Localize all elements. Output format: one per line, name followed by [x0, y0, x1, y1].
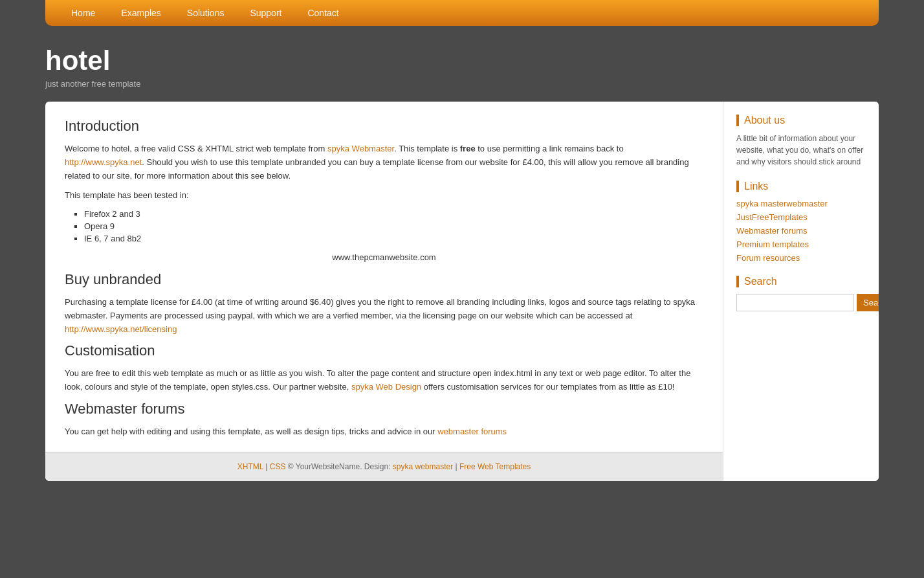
forum-resources-link[interactable]: Forum resources — [736, 253, 800, 263]
main-content: Introduction Welcome to hotel, a free va… — [45, 102, 723, 481]
search-heading: Search — [736, 276, 866, 287]
search-form: Search — [736, 294, 866, 311]
buy-text: Purchasing a template license for £4.00 … — [65, 297, 695, 320]
links-heading: Links — [736, 181, 866, 192]
links-section: Links spyka masterwebmaster JustFreeTemp… — [736, 181, 866, 263]
intro-text-end: . Should you wish to use this template u… — [65, 157, 689, 181]
spyka-webdesign-link[interactable]: spyka Web Design — [351, 382, 421, 392]
forum-text: You can get help with editing and using … — [65, 427, 437, 436]
custom-paragraph: You are free to edit this web template a… — [65, 367, 703, 394]
premium-templates-link[interactable]: Premium templates — [736, 239, 809, 249]
spyka-webmaster-link[interactable]: spyka Webmaster — [327, 144, 394, 153]
main-wrapper: Introduction Welcome to hotel, a free va… — [45, 102, 879, 481]
forum-paragraph: You can get help with editing and using … — [65, 425, 703, 439]
intro-text-before: Welcome to hotel, a free valid CSS & XHT… — [65, 144, 327, 153]
webmaster-forums-link[interactable]: webmaster forums — [437, 427, 507, 436]
link-item: JustFreeTemplates — [736, 212, 866, 222]
custom-heading: Customisation — [65, 342, 703, 359]
watermark-text: www.thepcmanwebsite.com — [65, 251, 703, 265]
nav-wrapper: Home Examples Solutions Support Contact — [45, 0, 879, 26]
intro-paragraph-1: Welcome to hotel, a free valid CSS & XHT… — [65, 142, 703, 183]
intro-text-after: to use permitting a link remains back to — [476, 144, 624, 153]
page-header: hotel just another free template — [0, 26, 924, 102]
link-item: Premium templates — [736, 239, 866, 249]
footer-content: XHTML | CSS © YourWebsiteName. Design: s… — [237, 462, 531, 471]
intro-heading: Introduction — [65, 118, 703, 135]
tested-list: Firefox 2 and 3 Opera 9 IE 6, 7 and 8b2 — [84, 209, 703, 243]
link-item: Webmaster forums — [736, 226, 866, 236]
link-item: spyka masterwebmaster — [736, 199, 866, 208]
search-button[interactable]: Search — [857, 294, 879, 311]
about-heading: About us — [736, 115, 866, 126]
free-templates-link[interactable]: Free Web Templates — [459, 462, 531, 471]
site-subtitle: just another free template — [45, 79, 879, 89]
nav-examples[interactable]: Examples — [108, 0, 173, 26]
intro-bold-free: free — [460, 144, 476, 153]
search-section: Search Search — [736, 276, 866, 311]
buy-heading: Buy unbranded — [65, 271, 703, 288]
search-input[interactable] — [736, 294, 854, 311]
spyka-masterwebmaster-link[interactable]: spyka masterwebmaster — [736, 199, 828, 208]
about-section: About us A little bit of information abo… — [736, 115, 866, 168]
nav-home[interactable]: Home — [58, 0, 108, 26]
nav-support[interactable]: Support — [237, 0, 294, 26]
justfreetemplates-link[interactable]: JustFreeTemplates — [736, 212, 808, 222]
list-item: IE 6, 7 and 8b2 — [84, 234, 703, 243]
buy-paragraph: Purchasing a template license for £4.00 … — [65, 296, 703, 336]
list-item: Opera 9 — [84, 221, 703, 231]
site-title: hotel — [45, 45, 879, 76]
footer-copyright: © YourWebsiteName. Design: — [288, 462, 391, 471]
webmaster-forums-sidebar-link[interactable]: Webmaster forums — [736, 226, 808, 236]
list-item: Firefox 2 and 3 — [84, 209, 703, 219]
link-item: Forum resources — [736, 253, 866, 263]
forum-heading: Webmaster forums — [65, 401, 703, 417]
licensing-link[interactable]: http://www.spyka.net/licensing — [65, 324, 177, 334]
custom-text-after: offers customisation services for our te… — [421, 382, 674, 392]
xhtml-link[interactable]: XHTML — [237, 462, 263, 471]
links-list: spyka masterwebmaster JustFreeTemplates … — [736, 199, 866, 263]
nav-solutions[interactable]: Solutions — [174, 0, 237, 26]
intro-text-middle: . This template is — [394, 144, 460, 153]
spyka-net-link[interactable]: http://www.spyka.net — [65, 157, 142, 167]
nav-contact[interactable]: Contact — [294, 0, 351, 26]
about-text: A little bit of information about your w… — [736, 133, 866, 168]
css-link[interactable]: CSS — [270, 462, 286, 471]
sidebar: About us A little bit of information abo… — [723, 102, 879, 481]
footer: XHTML | CSS © YourWebsiteName. Design: s… — [45, 452, 723, 481]
intro-paragraph-2: This template has been tested in: — [65, 189, 703, 203]
design-link[interactable]: spyka webmaster — [393, 462, 453, 471]
main-nav: Home Examples Solutions Support Contact — [45, 0, 879, 26]
